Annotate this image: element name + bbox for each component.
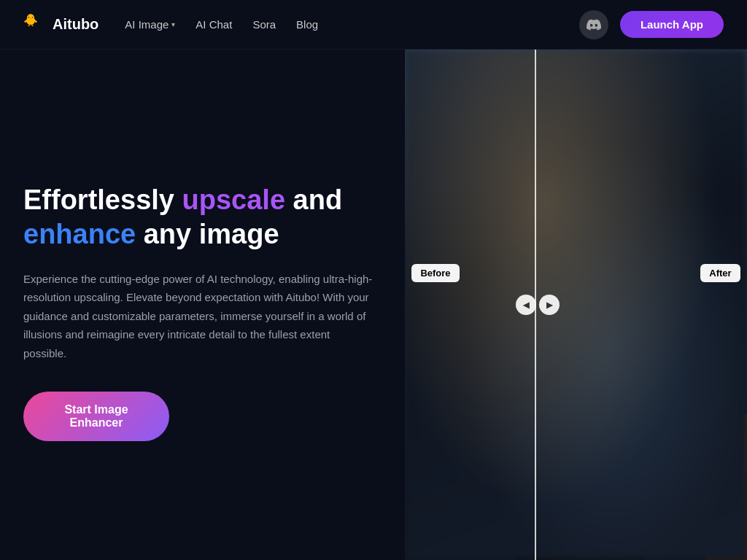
navbar: 🐥 Aitubo AI Image ▾ AI Chat Sora Blog L	[0, 0, 747, 50]
hero-description: Experience the cutting-edge power of AI …	[23, 270, 376, 363]
discord-icon	[587, 18, 601, 32]
nav-links: AI Image ▾ AI Chat Sora Blog	[125, 18, 318, 31]
nav-ai-chat[interactable]: AI Chat	[196, 18, 232, 31]
logo-icon: 🐥	[23, 13, 47, 36]
nav-right: Launch App	[579, 10, 724, 39]
discord-button[interactable]	[579, 10, 608, 39]
logo[interactable]: 🐥 Aitubo	[23, 13, 98, 36]
image-comparison: ◀ ▶ Before After	[405, 50, 747, 560]
before-image-blur	[405, 50, 747, 560]
hero-title-upscale: upscale	[182, 184, 286, 215]
hero-title-enhance: enhance	[23, 219, 136, 249]
image-comparison-panel: ◀ ▶ Before After	[405, 50, 747, 560]
start-image-enhancer-button[interactable]: Start Image Enhancer	[23, 392, 169, 441]
after-label: After	[700, 264, 740, 282]
nav-sora[interactable]: Sora	[252, 18, 276, 31]
hero-content: Effortlessly upscale and enhance any ima…	[0, 50, 405, 560]
nav-left: 🐥 Aitubo AI Image ▾ AI Chat Sora Blog	[23, 13, 318, 36]
comparison-next-button[interactable]: ▶	[539, 295, 560, 315]
hero-section: Effortlessly upscale and enhance any ima…	[0, 50, 747, 560]
comparison-prev-button[interactable]: ◀	[516, 295, 536, 315]
launch-app-button[interactable]: Launch App	[620, 11, 724, 38]
before-label: Before	[411, 264, 459, 282]
nav-ai-image[interactable]: AI Image ▾	[125, 18, 175, 31]
comparison-arrows: ◀ ▶	[516, 295, 560, 315]
hero-title: Effortlessly upscale and enhance any ima…	[23, 183, 376, 252]
chevron-down-icon: ▾	[171, 20, 175, 28]
brand-name: Aitubo	[53, 16, 98, 33]
nav-blog[interactable]: Blog	[296, 18, 318, 31]
